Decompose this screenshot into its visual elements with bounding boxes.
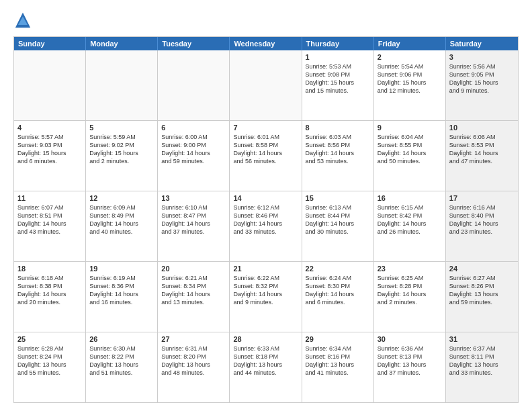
day-details: Sunrise: 5:57 AM Sunset: 9:03 PM Dayligh…: [17, 133, 82, 166]
day-number: 12: [89, 194, 154, 202]
day-details: Sunrise: 6:36 AM Sunset: 8:13 PM Dayligh…: [378, 345, 442, 377]
day-number: 11: [17, 194, 82, 202]
day-number: 21: [233, 265, 298, 273]
day-number: 5: [89, 124, 154, 132]
day-number: 9: [378, 124, 442, 132]
weekday-header-sunday: Sunday: [14, 37, 86, 50]
day-details: Sunrise: 6:27 AM Sunset: 8:26 PM Dayligh…: [449, 274, 515, 307]
day-cell-20: 20Sunrise: 6:21 AM Sunset: 8:34 PM Dayli…: [158, 262, 230, 332]
empty-cell: [86, 50, 158, 120]
empty-cell: [14, 50, 86, 120]
calendar-row-5: 25Sunrise: 6:28 AM Sunset: 8:24 PM Dayli…: [14, 332, 518, 402]
day-cell-31: 31Sunrise: 6:37 AM Sunset: 8:11 PM Dayli…: [446, 332, 518, 402]
calendar-row-4: 18Sunrise: 6:18 AM Sunset: 8:38 PM Dayli…: [14, 262, 518, 332]
calendar-body: 1Sunrise: 5:53 AM Sunset: 9:08 PM Daylig…: [14, 50, 518, 402]
day-number: 15: [306, 194, 370, 202]
day-number: 3: [449, 53, 515, 61]
weekday-header-saturday: Saturday: [446, 37, 518, 50]
day-cell-17: 17Sunrise: 6:16 AM Sunset: 8:40 PM Dayli…: [446, 191, 518, 261]
day-details: Sunrise: 6:06 AM Sunset: 8:53 PM Dayligh…: [449, 133, 515, 166]
calendar: SundayMondayTuesdayWednesdayThursdayFrid…: [13, 36, 519, 403]
day-details: Sunrise: 6:18 AM Sunset: 8:38 PM Dayligh…: [17, 274, 82, 307]
day-details: Sunrise: 5:56 AM Sunset: 9:05 PM Dayligh…: [449, 62, 515, 95]
calendar-header: SundayMondayTuesdayWednesdayThursdayFrid…: [14, 37, 518, 50]
empty-cell: [158, 50, 230, 120]
calendar-row-2: 4Sunrise: 5:57 AM Sunset: 9:03 PM Daylig…: [14, 121, 518, 191]
day-cell-5: 5Sunrise: 5:59 AM Sunset: 9:02 PM Daylig…: [86, 121, 158, 191]
day-details: Sunrise: 5:54 AM Sunset: 9:06 PM Dayligh…: [378, 62, 442, 95]
day-cell-3: 3Sunrise: 5:56 AM Sunset: 9:05 PM Daylig…: [446, 50, 518, 120]
day-cell-14: 14Sunrise: 6:12 AM Sunset: 8:46 PM Dayli…: [230, 191, 302, 261]
day-cell-4: 4Sunrise: 5:57 AM Sunset: 9:03 PM Daylig…: [14, 121, 86, 191]
day-cell-29: 29Sunrise: 6:34 AM Sunset: 8:16 PM Dayli…: [302, 332, 374, 402]
day-number: 26: [89, 335, 154, 343]
day-details: Sunrise: 6:16 AM Sunset: 8:40 PM Dayligh…: [449, 203, 515, 236]
day-cell-26: 26Sunrise: 6:30 AM Sunset: 8:22 PM Dayli…: [86, 332, 158, 402]
day-number: 13: [161, 194, 226, 202]
day-details: Sunrise: 5:53 AM Sunset: 9:08 PM Dayligh…: [306, 62, 370, 95]
day-cell-11: 11Sunrise: 6:07 AM Sunset: 8:51 PM Dayli…: [14, 191, 86, 261]
day-number: 28: [233, 335, 298, 343]
day-cell-30: 30Sunrise: 6:36 AM Sunset: 8:13 PM Dayli…: [374, 332, 446, 402]
day-details: Sunrise: 6:24 AM Sunset: 8:30 PM Dayligh…: [306, 274, 370, 307]
day-number: 10: [449, 124, 515, 132]
day-cell-23: 23Sunrise: 6:25 AM Sunset: 8:28 PM Dayli…: [374, 262, 446, 332]
day-details: Sunrise: 6:19 AM Sunset: 8:36 PM Dayligh…: [89, 274, 154, 307]
weekday-header-tuesday: Tuesday: [158, 37, 230, 50]
day-details: Sunrise: 6:25 AM Sunset: 8:28 PM Dayligh…: [378, 274, 442, 307]
day-cell-24: 24Sunrise: 6:27 AM Sunset: 8:26 PM Dayli…: [446, 262, 518, 332]
day-number: 8: [306, 124, 370, 132]
empty-cell: [230, 50, 302, 120]
day-cell-7: 7Sunrise: 6:01 AM Sunset: 8:58 PM Daylig…: [230, 121, 302, 191]
day-cell-19: 19Sunrise: 6:19 AM Sunset: 8:36 PM Dayli…: [86, 262, 158, 332]
day-cell-22: 22Sunrise: 6:24 AM Sunset: 8:30 PM Dayli…: [302, 262, 374, 332]
day-number: 22: [306, 265, 370, 273]
day-details: Sunrise: 6:15 AM Sunset: 8:42 PM Dayligh…: [378, 203, 442, 236]
day-number: 1: [306, 53, 370, 61]
day-number: 25: [17, 335, 82, 343]
day-details: Sunrise: 6:31 AM Sunset: 8:20 PM Dayligh…: [161, 345, 226, 377]
day-cell-10: 10Sunrise: 6:06 AM Sunset: 8:53 PM Dayli…: [446, 121, 518, 191]
day-number: 7: [233, 124, 298, 132]
day-details: Sunrise: 6:07 AM Sunset: 8:51 PM Dayligh…: [17, 203, 82, 236]
day-cell-21: 21Sunrise: 6:22 AM Sunset: 8:32 PM Dayli…: [230, 262, 302, 332]
day-cell-6: 6Sunrise: 6:00 AM Sunset: 9:00 PM Daylig…: [158, 121, 230, 191]
day-details: Sunrise: 6:00 AM Sunset: 9:00 PM Dayligh…: [161, 133, 226, 166]
logo-icon: [13, 11, 32, 30]
day-number: 30: [378, 335, 442, 343]
day-number: 2: [378, 53, 442, 61]
day-number: 23: [378, 265, 442, 273]
day-cell-13: 13Sunrise: 6:10 AM Sunset: 8:47 PM Dayli…: [158, 191, 230, 261]
weekday-header-thursday: Thursday: [302, 37, 374, 50]
day-cell-15: 15Sunrise: 6:13 AM Sunset: 8:44 PM Dayli…: [302, 191, 374, 261]
day-number: 29: [306, 335, 370, 343]
day-details: Sunrise: 6:22 AM Sunset: 8:32 PM Dayligh…: [233, 274, 298, 307]
calendar-row-3: 11Sunrise: 6:07 AM Sunset: 8:51 PM Dayli…: [14, 191, 518, 262]
weekday-header-monday: Monday: [86, 37, 158, 50]
day-number: 19: [89, 265, 154, 273]
day-number: 14: [233, 194, 298, 202]
weekday-header-wednesday: Wednesday: [230, 37, 302, 50]
day-details: Sunrise: 6:28 AM Sunset: 8:24 PM Dayligh…: [17, 345, 82, 377]
day-details: Sunrise: 6:03 AM Sunset: 8:56 PM Dayligh…: [306, 133, 370, 166]
day-number: 20: [161, 265, 226, 273]
day-number: 16: [378, 194, 442, 202]
day-details: Sunrise: 6:37 AM Sunset: 8:11 PM Dayligh…: [449, 345, 515, 377]
day-number: 27: [161, 335, 226, 343]
day-details: Sunrise: 6:34 AM Sunset: 8:16 PM Dayligh…: [306, 345, 370, 377]
page: SundayMondayTuesdayWednesdayThursdayFrid…: [0, 0, 532, 411]
day-details: Sunrise: 6:30 AM Sunset: 8:22 PM Dayligh…: [89, 345, 154, 377]
day-cell-9: 9Sunrise: 6:04 AM Sunset: 8:55 PM Daylig…: [374, 121, 446, 191]
day-cell-12: 12Sunrise: 6:09 AM Sunset: 8:49 PM Dayli…: [86, 191, 158, 261]
day-cell-18: 18Sunrise: 6:18 AM Sunset: 8:38 PM Dayli…: [14, 262, 86, 332]
day-cell-2: 2Sunrise: 5:54 AM Sunset: 9:06 PM Daylig…: [374, 50, 446, 120]
day-cell-28: 28Sunrise: 6:33 AM Sunset: 8:18 PM Dayli…: [230, 332, 302, 402]
day-details: Sunrise: 6:21 AM Sunset: 8:34 PM Dayligh…: [161, 274, 226, 307]
day-details: Sunrise: 6:01 AM Sunset: 8:58 PM Dayligh…: [233, 133, 298, 166]
day-details: Sunrise: 6:13 AM Sunset: 8:44 PM Dayligh…: [306, 203, 370, 236]
day-details: Sunrise: 5:59 AM Sunset: 9:02 PM Dayligh…: [89, 133, 154, 166]
day-number: 24: [449, 265, 515, 273]
day-details: Sunrise: 6:04 AM Sunset: 8:55 PM Dayligh…: [378, 133, 442, 166]
day-details: Sunrise: 6:10 AM Sunset: 8:47 PM Dayligh…: [161, 203, 226, 236]
day-cell-25: 25Sunrise: 6:28 AM Sunset: 8:24 PM Dayli…: [14, 332, 86, 402]
